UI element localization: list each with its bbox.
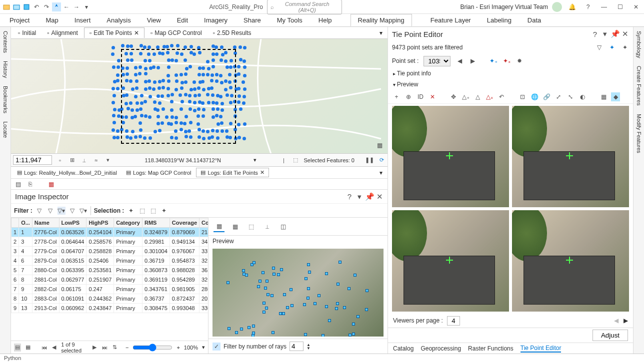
next-icon[interactable]: ▶	[92, 344, 98, 352]
sel-icon-1[interactable]: ✦	[127, 207, 135, 215]
t-collapse-icon[interactable]: ⤢	[554, 92, 563, 101]
ribbon-tab-map[interactable]: Map	[38, 14, 66, 26]
viewer-2[interactable]	[512, 106, 629, 207]
table-row[interactable]: 112776-Col0.0635260.254104Primary0.32487…	[12, 228, 208, 237]
ps-delete-icon[interactable]: ✦ₓ	[502, 57, 510, 65]
table-row[interactable]: 462879-Col0.0635150.25406Primary0.367190…	[12, 256, 208, 266]
tie-menu-icon[interactable]: ▾	[601, 30, 609, 38]
bottom-tab-tie-point-editor[interactable]: Tie Point Editor	[520, 345, 562, 353]
inspector-close-icon[interactable]: ✕	[376, 193, 384, 201]
ribbon-tab-view[interactable]: View	[140, 14, 168, 26]
bottom-tab-raster-functions[interactable]: Raster Functions	[468, 345, 514, 352]
rail-locate[interactable]: Locate	[2, 120, 10, 139]
view-tab-alignment[interactable]: ▫Alignment	[42, 28, 83, 38]
t-add3-icon[interactable]: △₊	[461, 92, 470, 101]
col-header[interactable]: RMS	[142, 218, 170, 228]
col-header[interactable]: Coverage	[170, 218, 199, 228]
t-delete-icon[interactable]: ✕	[428, 92, 437, 101]
t-id-icon[interactable]: ID	[416, 92, 425, 101]
log-view-icon[interactable]: ▤	[14, 180, 22, 188]
tie-pin-icon[interactable]: 📌	[611, 30, 619, 38]
prev-tool-4-icon[interactable]: ⟂	[262, 221, 272, 232]
prev-tool-3-icon[interactable]: ⬚	[246, 221, 256, 232]
t-remove-icon[interactable]: △ₓ	[485, 92, 494, 101]
snap-icon[interactable]: ▫	[56, 156, 64, 164]
image-table[interactable]: O...NameLowPSHighPSCategoryRMSCoverageCo…	[11, 218, 208, 313]
pause-icon[interactable]: ❚❚	[366, 156, 374, 164]
first-icon[interactable]: ⏮	[41, 344, 47, 352]
command-search[interactable]: ⌕ Command Search (Alt+Q)	[267, 0, 342, 14]
ribbon-tab-feature-layer[interactable]: Feature Layer	[423, 14, 478, 26]
t-add-point2-icon[interactable]: ⊕	[404, 92, 413, 101]
rays-spinner-icon[interactable]: ▲▼	[306, 343, 310, 350]
view-tab-map-gcp-control[interactable]: ▫Map GCP Control	[146, 28, 207, 38]
ribbon-tab-analysis[interactable]: Analysis	[99, 14, 138, 26]
prev-icon[interactable]: ◀	[51, 344, 57, 352]
filter-icon-4[interactable]: ▽	[68, 207, 76, 215]
view-tab-2-5d-results[interactable]: ▫2.5D Results	[208, 28, 256, 38]
t-highlight-icon[interactable]: ◆	[611, 92, 620, 101]
preview-section[interactable]: Preview	[388, 79, 633, 90]
ps-prev-icon[interactable]: ◀	[456, 57, 464, 65]
viewer-4[interactable]	[512, 210, 629, 312]
t-layout-icon[interactable]: ▦	[599, 92, 608, 101]
zoom-minus-icon[interactable]: −	[126, 345, 128, 351]
table-row[interactable]: 342779-Col0.0647070.258828Primary0.30100…	[12, 247, 208, 256]
preview-image[interactable]	[212, 249, 384, 337]
bottom-tab-geoprocessing[interactable]: Geoprocessing	[420, 345, 461, 352]
col-header[interactable]: LowPS	[59, 218, 86, 228]
tab-close-icon[interactable]: ✕	[134, 29, 139, 36]
rail-history[interactable]: History	[2, 60, 10, 79]
filter-icon-1[interactable]: ▽	[36, 207, 44, 215]
rail-symbology[interactable]: Symbology	[635, 30, 643, 59]
viewer-page-next-icon[interactable]: ▶	[624, 317, 628, 324]
ribbon-tab-data[interactable]: Data	[520, 14, 548, 26]
inspector-pin-icon[interactable]: 📌	[366, 193, 374, 201]
t-zoom-full-icon[interactable]: ⊡	[518, 92, 527, 101]
new-icon[interactable]	[12, 2, 21, 11]
col-header[interactable]	[12, 218, 19, 228]
select-icon[interactable]: ⬚	[292, 156, 300, 164]
tie-close-icon[interactable]: ✕	[621, 30, 629, 38]
selection-tools-icon[interactable]: |	[280, 156, 288, 164]
zoom-dropdown-icon[interactable]: ▾	[202, 344, 205, 351]
ribbon-tab-my-tools[interactable]: My Tools	[270, 14, 310, 26]
notifications-icon[interactable]: 🔔	[566, 1, 578, 13]
close-icon[interactable]: ✕	[630, 1, 642, 13]
rail-contents[interactable]: Contents	[2, 30, 10, 54]
t-expand-icon[interactable]: ⤡	[566, 92, 575, 101]
adjust-button[interactable]: Adjust	[592, 330, 628, 341]
ribbon-tab-reality-mapping[interactable]: Reality Mapping	[350, 14, 412, 26]
table-row[interactable]: 9132913-Col0.0609620.243847Primary0.3084…	[12, 304, 208, 313]
minimize-icon[interactable]: —	[598, 1, 610, 13]
t-add-point-icon[interactable]: +	[392, 92, 401, 101]
corrections-icon[interactable]: ≈	[92, 156, 100, 164]
sel-icon-3[interactable]: ⬚	[149, 207, 157, 215]
table-row[interactable]: 572880-Col0.0633950.253581Primary0.36087…	[12, 266, 208, 275]
map-view[interactable]: ▦	[11, 39, 388, 154]
prev-tool-2-icon[interactable]: ▦	[230, 221, 240, 232]
coordinates-dropdown-icon[interactable]: ▾	[254, 157, 256, 163]
grid-icon[interactable]: ⊞	[68, 156, 76, 164]
coordinates[interactable]: 118.3480319°W 34.1143712°N	[116, 157, 250, 163]
col-header[interactable]: HighPS	[86, 218, 114, 228]
rail-modify-features[interactable]: Modify Features	[635, 113, 643, 154]
rail-create-features[interactable]: Create Features	[635, 65, 643, 106]
inspector-help-icon[interactable]: ?	[346, 193, 354, 201]
qat-dropdown-icon[interactable]: ▾	[82, 2, 91, 11]
inspector-menu-icon[interactable]: ▾	[356, 193, 364, 201]
prev-tool-5-icon[interactable]: ◫	[278, 221, 288, 232]
tie-clear-filter-icon[interactable]: ✦	[621, 43, 629, 51]
forward-icon[interactable]: →	[72, 2, 81, 11]
log-tab-0[interactable]: ▤Logs: Reality_Hollyw...Bowl_2D_initial	[13, 168, 121, 177]
user-name[interactable]: Brian - Esri Imagery Virtual Team	[460, 3, 548, 10]
view-tabs-menu-icon[interactable]: ▾	[376, 28, 386, 37]
explore-icon[interactable]	[52, 2, 61, 11]
zoom-plus-icon[interactable]: +	[176, 345, 180, 351]
sel-icon-2[interactable]: ⬚	[138, 207, 146, 215]
viewer-1[interactable]	[392, 106, 509, 207]
tie-add-filter-icon[interactable]: ✦	[608, 43, 616, 51]
filter-icon-5[interactable]: ▽▾	[80, 207, 88, 215]
filter-rays-input[interactable]	[290, 342, 304, 351]
view-tab-edit-tie-points[interactable]: ▫Edit Tie Points ✕	[84, 27, 144, 38]
